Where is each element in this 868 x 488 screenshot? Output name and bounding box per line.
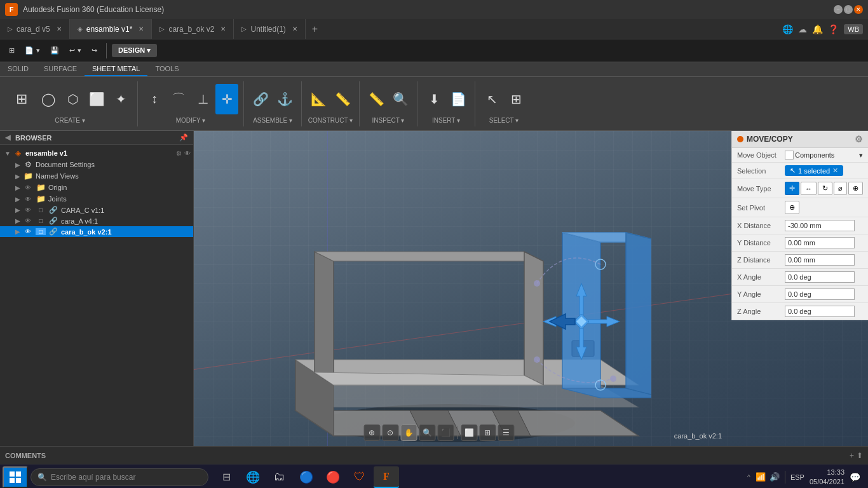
more-display-button[interactable]: ☰ xyxy=(498,424,514,441)
joint-button[interactable]: 🔗 xyxy=(249,84,272,114)
ribbon-tab-sheet-metal[interactable]: SHEET METAL xyxy=(85,62,147,76)
x-angle-input[interactable] xyxy=(785,271,855,283)
maximize-button[interactable]: □ xyxy=(844,5,853,14)
tab-close[interactable]: ✕ xyxy=(292,25,297,32)
orbit-button[interactable]: ⊕ xyxy=(363,424,380,441)
tab-close[interactable]: ✕ xyxy=(139,25,144,32)
design-mode-button[interactable]: DESIGN ▾ xyxy=(112,44,157,57)
move-type-snap-button[interactable]: ⊕ xyxy=(848,182,863,195)
panel-add-button[interactable]: + xyxy=(850,451,854,460)
browser-collapse-button[interactable]: ◀ xyxy=(5,133,10,142)
move-object-dropdown[interactable]: Components ▾ xyxy=(785,151,863,159)
taskbar-store[interactable]: 🔵 xyxy=(294,466,319,488)
tab-close[interactable]: ✕ xyxy=(57,25,62,32)
language-indicator[interactable]: ESP xyxy=(790,473,804,481)
set-pivot-button[interactable]: ⊕ xyxy=(785,201,799,214)
tab-untitled[interactable]: ▷ Untitled(1) ✕ xyxy=(234,19,305,39)
grid-toggle-button[interactable]: ⊞ xyxy=(479,424,496,441)
network-tray-icon[interactable]: 📶 xyxy=(756,472,766,482)
selection-clear-button[interactable]: ✕ xyxy=(832,166,838,175)
box-select-button[interactable]: ⊞ xyxy=(505,84,527,114)
ribbon-tab-tools[interactable]: TOOLS xyxy=(147,62,186,76)
revolve-button[interactable]: ⬡ xyxy=(61,84,84,114)
taskbar-chrome[interactable]: 🔴 xyxy=(320,466,346,488)
tab-close[interactable]: ✕ xyxy=(220,25,226,32)
ground-button[interactable]: ⚓ xyxy=(273,84,296,114)
tab-ensamble[interactable]: ◈ ensamble v1* ✕ xyxy=(70,19,153,39)
y-angle-input[interactable] xyxy=(785,288,855,300)
root-eye-icon[interactable]: 👁 xyxy=(184,150,191,157)
root-settings-icon[interactable]: ⚙ xyxy=(176,150,182,157)
notification-button[interactable]: 💬 xyxy=(850,472,860,482)
tree-item-joints[interactable]: ▶ 👁 📁 Joints xyxy=(0,193,193,205)
volume-tray-icon[interactable]: 🔊 xyxy=(770,472,780,482)
move-type-free-button[interactable]: ✛ xyxy=(785,182,799,195)
components-dropdown-arrow[interactable]: ▾ xyxy=(859,151,863,159)
fit-button[interactable]: ⬛ xyxy=(437,424,454,441)
measure-button[interactable]: 📏 xyxy=(365,84,388,114)
press-pull-button[interactable]: ↕ xyxy=(143,84,166,114)
y-distance-input[interactable] xyxy=(785,237,855,248)
taskbar-edge[interactable]: 🌐 xyxy=(240,466,266,488)
z-angle-label: Z Angle xyxy=(737,308,785,315)
app-menu-button[interactable]: ⊞ xyxy=(5,45,18,56)
select-button[interactable]: ↖ xyxy=(480,84,503,114)
tree-item-origin[interactable]: ▶ 👁 📁 Origin xyxy=(0,182,193,193)
panel-collapse-button[interactable]: ⬆ xyxy=(857,451,863,460)
pan-hand-button[interactable]: ✋ xyxy=(400,424,417,441)
close-button[interactable]: ✕ xyxy=(854,5,863,14)
browser-pin-button[interactable]: 📌 xyxy=(179,133,188,142)
cloud-icon: ☁ xyxy=(798,24,807,34)
insert-group-label: INSERT ▾ xyxy=(432,117,460,124)
x-distance-input[interactable] xyxy=(785,220,855,231)
tab-cara-d[interactable]: ▷ cara_d v5 ✕ xyxy=(0,19,70,39)
tree-item-cara-c[interactable]: ▶ 👁 □ 🔗 CARA_C v1:1 xyxy=(0,205,193,215)
tree-item-root[interactable]: ▼ ◈ ensamble v1 ⚙ 👁 xyxy=(0,147,193,159)
taskbar-vpn[interactable]: 🛡 xyxy=(347,466,372,488)
tray-expand-button[interactable]: ^ xyxy=(747,473,750,481)
loft-button[interactable]: ✦ xyxy=(109,84,132,114)
taskview-button[interactable]: ⊟ xyxy=(214,466,239,488)
move-object-checkbox[interactable] xyxy=(785,151,794,159)
taskbar-explorer[interactable]: 🗂 xyxy=(267,466,292,488)
inspect-button[interactable]: 🔍 xyxy=(389,84,412,114)
display-mode-button[interactable]: ⬜ xyxy=(461,424,477,441)
save-button[interactable]: 💾 xyxy=(46,45,63,56)
panel-settings-icon[interactable]: ⚙ xyxy=(855,134,863,144)
mesh-icon: ⬇ xyxy=(429,92,440,107)
tree-item-cara-a[interactable]: ▶ 👁 □ 🔗 cara_A v4:1 xyxy=(0,215,193,226)
search-bar[interactable]: 🔍 Escribe aquí para buscar xyxy=(31,468,208,486)
tree-item-cara-b-ok[interactable]: ▶ 👁 □ 🔗 cara_b_ok v2:1 xyxy=(0,226,193,237)
extrude-button[interactable]: ◯ xyxy=(37,84,60,114)
taskbar-fusion[interactable]: F xyxy=(374,466,399,488)
system-time[interactable]: 13:33 05/04/2021 xyxy=(810,468,844,486)
move-type-along-button[interactable]: ↔ xyxy=(801,182,817,195)
file-menu-button[interactable]: 📄▾ xyxy=(21,45,44,56)
create-sketch-button[interactable]: ⊞ xyxy=(8,84,36,114)
move-type-rotate-button[interactable]: ↻ xyxy=(818,182,832,195)
minimize-button[interactable]: − xyxy=(834,5,843,14)
sweep-button[interactable]: ⬜ xyxy=(85,84,108,114)
move-button[interactable]: ✛ xyxy=(215,84,238,114)
redo-button[interactable]: ↪ xyxy=(88,45,101,56)
tree-item-named-views[interactable]: ▶ 📁 Named Views xyxy=(0,170,193,182)
move-type-angle-button[interactable]: ⌀ xyxy=(834,182,847,195)
chamfer-button[interactable]: ⊥ xyxy=(191,84,214,114)
look-at-button[interactable]: ⊙ xyxy=(382,424,398,441)
zoom-button[interactable]: 🔍 xyxy=(419,424,435,441)
offset-plane-button[interactable]: 📐 xyxy=(307,84,330,114)
insert-svg-button[interactable]: 📄 xyxy=(447,84,470,114)
tree-item-document-settings[interactable]: ▶ ⚙ Document Settings xyxy=(0,159,193,170)
insert-mesh-button[interactable]: ⬇ xyxy=(423,84,445,114)
new-tab-button[interactable]: + xyxy=(306,24,324,35)
ribbon-tab-solid[interactable]: SOLID xyxy=(0,62,36,76)
canvas-area[interactable]: X Y Z BACK TOP ⊕ ⊙ ✋ 🔍 ⬛ ⬜ ⊞ ☰ xyxy=(194,131,868,446)
z-angle-input[interactable] xyxy=(785,306,855,317)
ribbon-tab-surface[interactable]: SURFACE xyxy=(36,62,85,76)
start-button[interactable] xyxy=(3,466,28,488)
undo-button[interactable]: ↩▾ xyxy=(65,45,85,56)
axis-button[interactable]: 📏 xyxy=(331,84,354,114)
tab-cara-b-ok[interactable]: ▷ cara_b_ok v2 ✕ xyxy=(152,19,234,39)
fillet-button[interactable]: ⌒ xyxy=(167,84,190,114)
z-distance-input[interactable] xyxy=(785,254,855,266)
